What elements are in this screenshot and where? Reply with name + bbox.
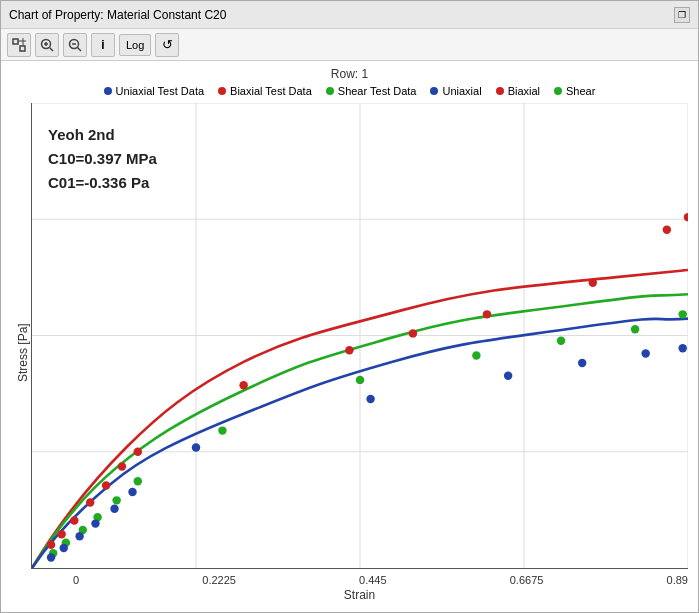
svg-point-38	[134, 477, 142, 485]
svg-point-27	[345, 346, 353, 354]
svg-line-9	[78, 47, 82, 51]
legend-shear-test-dot	[326, 87, 334, 95]
legend-uniaxial: Uniaxial	[430, 85, 481, 97]
refresh-button[interactable]: ↺	[155, 33, 179, 57]
x-axis-label: Strain	[31, 588, 688, 602]
svg-point-43	[631, 325, 639, 333]
main-window: Chart of Property: Material Constant C20…	[0, 0, 699, 613]
svg-point-21	[70, 516, 78, 524]
svg-line-5	[50, 47, 54, 51]
row-label: Row: 1	[11, 67, 688, 81]
legend-biaxial-test-dot	[218, 87, 226, 95]
restore-button[interactable]: ❐	[674, 7, 690, 23]
legend: Uniaxial Test Data Biaxial Test Data She…	[11, 85, 688, 97]
window-title: Chart of Property: Material Constant C20	[9, 8, 226, 22]
legend-uniaxial-test-label: Uniaxial Test Data	[116, 85, 204, 97]
svg-point-23	[102, 481, 110, 489]
y-axis-label: Stress [Pa]	[11, 103, 31, 602]
zoom-in-button[interactable]	[35, 33, 59, 57]
svg-point-50	[128, 488, 136, 496]
svg-point-41	[472, 351, 480, 359]
svg-point-48	[91, 519, 99, 527]
legend-uniaxial-test-dot	[104, 87, 112, 95]
zoom-out-button[interactable]	[63, 33, 87, 57]
refresh-icon: ↺	[162, 37, 173, 52]
chart-inner: 0 600000 1.2e+06 1.8e+06 2.4e+06 Yeoh 2n…	[31, 103, 688, 602]
svg-point-45	[47, 553, 55, 561]
legend-uniaxial-dot	[430, 87, 438, 95]
svg-point-31	[663, 226, 671, 234]
info-icon: i	[101, 38, 104, 52]
svg-rect-1	[20, 46, 25, 51]
svg-point-56	[678, 344, 686, 352]
svg-point-47	[75, 532, 83, 540]
plot-area[interactable]: 0 600000 1.2e+06 1.8e+06 2.4e+06 Yeoh 2n…	[31, 103, 688, 569]
svg-point-46	[60, 544, 68, 552]
svg-point-53	[504, 371, 512, 379]
svg-point-29	[483, 310, 491, 318]
legend-biaxial-label: Biaxial	[508, 85, 540, 97]
svg-point-19	[47, 541, 55, 549]
svg-point-52	[366, 395, 374, 403]
svg-point-28	[409, 329, 417, 337]
x-tick-1: 0.2225	[202, 574, 236, 586]
svg-point-49	[110, 505, 118, 513]
svg-point-42	[557, 337, 565, 345]
svg-point-32	[684, 213, 688, 221]
x-tick-3: 0.6675	[510, 574, 544, 586]
x-tick-0: 0	[73, 574, 79, 586]
chart-area: Row: 1 Uniaxial Test Data Biaxial Test D…	[1, 61, 698, 612]
x-tick-4: 0.89	[667, 574, 688, 586]
svg-rect-0	[13, 39, 18, 44]
legend-shear-label: Shear	[566, 85, 595, 97]
legend-biaxial-test: Biaxial Test Data	[218, 85, 312, 97]
chart-container: Stress [Pa] 0 600000 1.2e+06 1.8e+06 2.4…	[11, 103, 688, 602]
legend-shear-test-label: Shear Test Data	[338, 85, 417, 97]
legend-shear-test: Shear Test Data	[326, 85, 417, 97]
legend-shear: Shear	[554, 85, 595, 97]
x-tick-2: 0.445	[359, 574, 387, 586]
window-controls: ❐	[674, 7, 690, 23]
legend-uniaxial-label: Uniaxial	[442, 85, 481, 97]
svg-point-54	[578, 359, 586, 367]
log-button[interactable]: Log	[119, 34, 151, 56]
svg-point-37	[112, 496, 120, 504]
svg-point-20	[57, 530, 65, 538]
svg-point-39	[218, 426, 226, 434]
svg-point-24	[118, 462, 126, 470]
svg-point-30	[589, 278, 597, 286]
info-button[interactable]: i	[91, 33, 115, 57]
svg-point-25	[134, 448, 142, 456]
svg-point-44	[678, 310, 686, 318]
legend-uniaxial-test: Uniaxial Test Data	[104, 85, 204, 97]
legend-biaxial: Biaxial	[496, 85, 540, 97]
svg-point-40	[356, 376, 364, 384]
chart-svg	[32, 103, 688, 568]
title-bar: Chart of Property: Material Constant C20…	[1, 1, 698, 29]
legend-shear-dot	[554, 87, 562, 95]
toolbar: i Log ↺	[1, 29, 698, 61]
svg-point-51	[192, 443, 200, 451]
legend-biaxial-test-label: Biaxial Test Data	[230, 85, 312, 97]
svg-point-55	[641, 349, 649, 357]
legend-biaxial-dot	[496, 87, 504, 95]
x-axis-ticks: 0 0.2225 0.445 0.6675 0.89	[31, 572, 688, 586]
fit-button[interactable]	[7, 33, 31, 57]
svg-point-26	[239, 381, 247, 389]
svg-point-22	[86, 498, 94, 506]
